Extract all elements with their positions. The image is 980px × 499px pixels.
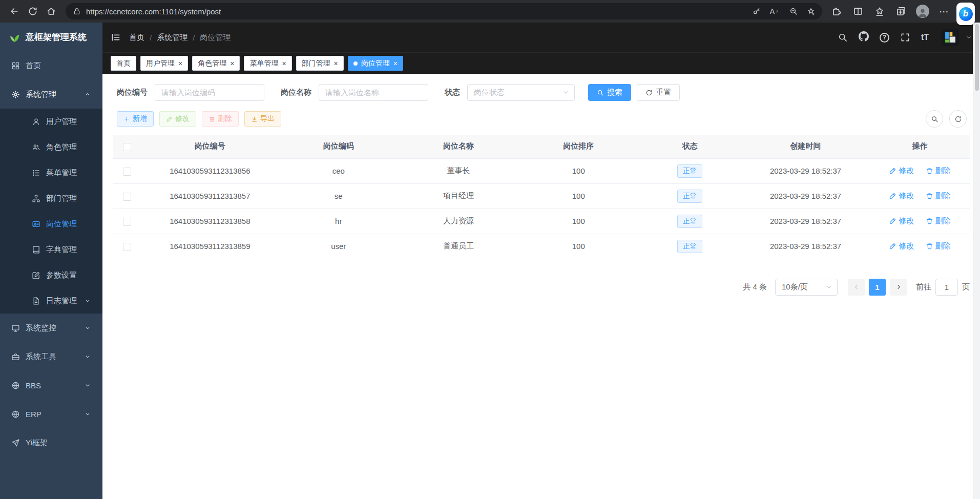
extensions-button[interactable] bbox=[827, 3, 846, 20]
fullscreen-icon[interactable] bbox=[900, 32, 910, 43]
chevron-down-icon bbox=[84, 410, 91, 418]
row-delete-button[interactable]: 删除 bbox=[926, 241, 951, 251]
toggle-search-button[interactable] bbox=[926, 110, 943, 128]
collections-button[interactable] bbox=[892, 3, 910, 20]
delete-button[interactable]: 删除 bbox=[202, 111, 239, 127]
next-page-button[interactable] bbox=[890, 279, 907, 296]
tab-role-mgmt[interactable]: 角色管理 × bbox=[192, 56, 240, 71]
add-button[interactable]: 新增 bbox=[117, 111, 154, 127]
add-favorite-star-icon[interactable] bbox=[807, 7, 815, 15]
back-button[interactable] bbox=[5, 3, 24, 20]
sidebar-collapse-button[interactable] bbox=[111, 32, 121, 43]
sidebar-item-erp[interactable]: ERP bbox=[0, 400, 102, 428]
font-size-icon[interactable]: tT bbox=[921, 33, 929, 42]
sidebar-item-role-mgmt[interactable]: 角色管理 bbox=[0, 134, 102, 160]
sidebar-item-label: 用户管理 bbox=[46, 117, 77, 127]
browser-menu-button[interactable]: ⋯ bbox=[935, 3, 953, 20]
sidebar-item-post-mgmt[interactable]: 岗位管理 bbox=[0, 211, 102, 237]
tab-close-icon[interactable]: × bbox=[393, 60, 398, 67]
sidebar-item-bbs[interactable]: BBS bbox=[0, 371, 102, 400]
tab-close-icon[interactable]: × bbox=[282, 60, 286, 67]
read-aloud-button[interactable]: A bbox=[770, 7, 780, 15]
row-checkbox[interactable] bbox=[123, 193, 131, 201]
row-edit-button[interactable]: 修改 bbox=[889, 216, 914, 226]
sidebar-item-yi-framework[interactable]: Yi框架 bbox=[0, 428, 102, 457]
row-delete-button[interactable]: 删除 bbox=[926, 191, 951, 201]
favorites-button[interactable] bbox=[870, 3, 889, 20]
tab-menu-mgmt[interactable]: 菜单管理 × bbox=[244, 56, 291, 71]
page-size-select[interactable]: 10条/页 bbox=[775, 279, 838, 296]
edit-square-icon bbox=[32, 271, 40, 280]
profile-button[interactable] bbox=[913, 3, 932, 20]
help-button[interactable]: ? bbox=[880, 33, 889, 43]
status-select[interactable]: 岗位状态 bbox=[467, 84, 575, 101]
sidebar-item-system-monitor[interactable]: 系统监控 bbox=[0, 314, 102, 342]
app-logo[interactable]: 意框架管理系统 bbox=[0, 23, 102, 51]
search-icon[interactable] bbox=[838, 32, 848, 43]
user-avatar[interactable] bbox=[942, 29, 959, 46]
avatar-image bbox=[942, 29, 959, 46]
tab-user-mgmt[interactable]: 用户管理 × bbox=[140, 56, 188, 71]
sidebar-item-dept-mgmt[interactable]: 部门管理 bbox=[0, 185, 102, 211]
filter-panel: 岗位编号 岗位名称 状态 岗位状态 bbox=[117, 84, 970, 101]
home-button[interactable] bbox=[42, 3, 60, 20]
sidebar-item-dict-mgmt[interactable]: 字典管理 bbox=[0, 237, 102, 262]
sidebar-item-user-mgmt[interactable]: 用户管理 bbox=[0, 109, 102, 134]
sidebar-item-menu-mgmt[interactable]: 菜单管理 bbox=[0, 160, 102, 185]
sidebar-item-label: Yi框架 bbox=[26, 438, 48, 448]
sidebar-item-system-mgmt[interactable]: 系统管理 bbox=[0, 80, 102, 109]
sidebar-item-param-settings[interactable]: 参数设置 bbox=[0, 262, 102, 288]
search-button[interactable]: 搜索 bbox=[588, 84, 631, 101]
post-code-label: 岗位编号 bbox=[117, 88, 148, 97]
tab-post-mgmt[interactable]: 岗位管理 × bbox=[348, 56, 403, 71]
breadcrumb-home[interactable]: 首页 bbox=[129, 33, 144, 43]
tab-close-icon[interactable]: × bbox=[230, 60, 234, 67]
row-checkbox[interactable] bbox=[123, 243, 131, 251]
refresh-table-button[interactable] bbox=[949, 110, 967, 128]
row-edit-button[interactable]: 修改 bbox=[889, 191, 914, 201]
post-name-input[interactable] bbox=[319, 84, 428, 101]
github-button[interactable] bbox=[859, 31, 869, 44]
password-key-icon[interactable] bbox=[753, 7, 761, 15]
tab-close-icon[interactable]: × bbox=[178, 60, 182, 67]
tab-home[interactable]: 首页 bbox=[111, 56, 136, 71]
row-checkbox[interactable] bbox=[123, 218, 131, 226]
sidebar-item-log-mgmt[interactable]: 日志管理 bbox=[0, 288, 102, 314]
edit-button[interactable]: 修改 bbox=[159, 111, 196, 127]
post-code-input[interactable] bbox=[155, 84, 264, 101]
zoom-icon[interactable] bbox=[789, 7, 798, 15]
refresh-button[interactable] bbox=[24, 3, 42, 20]
row-delete-button[interactable]: 删除 bbox=[926, 216, 951, 226]
page-scrollbar[interactable] bbox=[973, 23, 980, 499]
sidebar-item-label: 角色管理 bbox=[46, 142, 77, 152]
tab-dept-mgmt[interactable]: 部门管理 × bbox=[296, 56, 344, 71]
chevron-up-icon bbox=[84, 91, 91, 98]
users-icon bbox=[32, 143, 40, 152]
breadcrumb-system-mgmt[interactable]: 系统管理 bbox=[157, 33, 187, 43]
cell-post-id: 1641030593112313856 bbox=[141, 158, 279, 183]
sidebar-item-label: 系统管理 bbox=[26, 90, 56, 99]
row-checkbox[interactable] bbox=[123, 168, 131, 176]
row-edit-button[interactable]: 修改 bbox=[889, 166, 914, 176]
goto-label: 前往 bbox=[916, 282, 931, 292]
reset-button[interactable]: 重置 bbox=[637, 84, 680, 101]
prev-page-button[interactable] bbox=[848, 279, 865, 296]
chevron-down-icon bbox=[84, 297, 91, 304]
goto-page-input[interactable] bbox=[935, 279, 958, 296]
tab-close-icon[interactable]: × bbox=[334, 60, 338, 67]
address-bar[interactable]: https://ccnetcore.com:1101/system/post A bbox=[66, 3, 822, 19]
sidebar-item-system-tools[interactable]: 系统工具 bbox=[0, 342, 102, 371]
scrollbar-thumb[interactable] bbox=[975, 24, 979, 91]
select-all-checkbox[interactable] bbox=[123, 143, 131, 151]
copilot-button[interactable]: b bbox=[956, 3, 975, 25]
status-badge: 正常 bbox=[677, 215, 702, 228]
post-badge-icon bbox=[32, 220, 40, 228]
app-title: 意框架管理系统 bbox=[26, 31, 87, 43]
row-delete-button[interactable]: 删除 bbox=[926, 166, 951, 176]
split-screen-button[interactable] bbox=[849, 3, 867, 20]
export-button[interactable]: 导出 bbox=[244, 111, 281, 127]
caret-down-icon[interactable] bbox=[966, 34, 972, 40]
sidebar-item-home[interactable]: 首页 bbox=[0, 51, 102, 80]
page-number-button[interactable]: 1 bbox=[869, 279, 886, 296]
row-edit-button[interactable]: 修改 bbox=[889, 241, 914, 251]
